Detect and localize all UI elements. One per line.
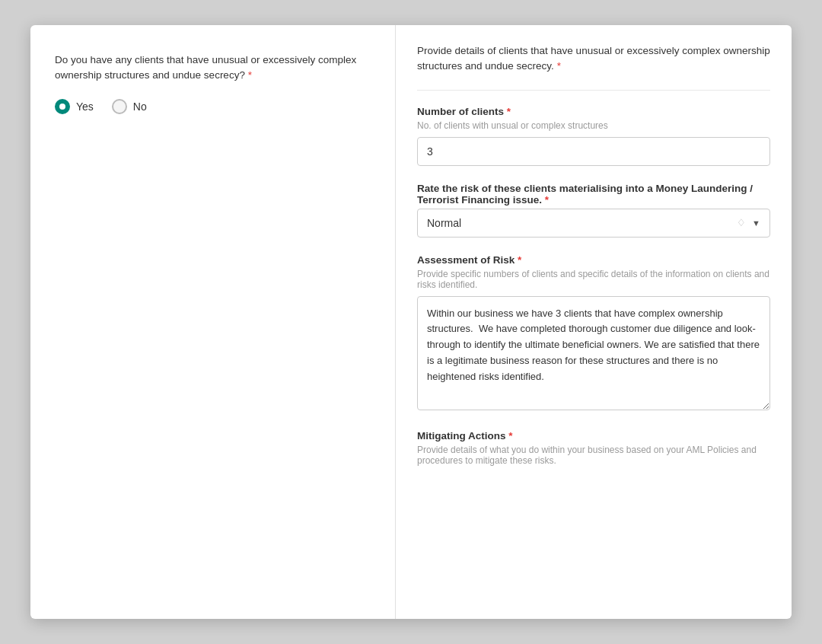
- number-of-clients-field: Number of clients * No. of clients with …: [417, 106, 770, 166]
- number-of-clients-label: Number of clients *: [417, 106, 770, 117]
- mitigating-actions-label: Mitigating Actions *: [417, 430, 770, 442]
- yes-radio-text: Yes: [76, 100, 94, 113]
- right-panel: Provide details of clients that have unu…: [396, 25, 792, 619]
- yes-no-radio-group: Yes No: [55, 99, 371, 114]
- assessment-of-risk-field: Assessment of Risk * Provide specific nu…: [417, 254, 770, 413]
- right-heading-text: Provide details of clients that have unu…: [417, 45, 770, 72]
- risk-rating-select-wrapper: Normal ♢ ▼: [417, 209, 770, 238]
- left-question: Do you have any clients that have unusua…: [55, 53, 371, 84]
- diamond-icon: ♢: [737, 217, 746, 228]
- left-required-star: *: [248, 69, 252, 81]
- yes-radio-label[interactable]: Yes: [55, 99, 94, 114]
- number-of-clients-input[interactable]: [417, 137, 770, 166]
- risk-rating-selected-value: Normal: [427, 217, 461, 229]
- right-heading: Provide details of clients that have unu…: [417, 43, 770, 75]
- risk-rating-label: Rate the risk of these clients materiali…: [417, 183, 770, 206]
- right-required-star: *: [557, 60, 561, 72]
- divider: [417, 90, 770, 91]
- yes-radio-button[interactable]: [55, 99, 70, 114]
- mitigating-actions-hint: Provide details of what you do within yo…: [417, 445, 770, 466]
- assessment-of-risk-hint: Provide specific numbers of clients and …: [417, 269, 770, 290]
- number-of-clients-required: *: [507, 106, 511, 117]
- mitigating-actions-field: Mitigating Actions * Provide details of …: [417, 430, 770, 466]
- assessment-of-risk-label: Assessment of Risk *: [417, 254, 770, 266]
- assessment-of-risk-textarea[interactable]: Within our business we have 3 clients th…: [417, 296, 770, 410]
- risk-rating-field: Rate the risk of these clients materiali…: [417, 183, 770, 238]
- risk-rating-required: *: [545, 194, 549, 206]
- left-panel: Do you have any clients that have unusua…: [30, 25, 396, 619]
- number-of-clients-hint: No. of clients with unsual or complex st…: [417, 120, 770, 131]
- no-radio-label[interactable]: No: [112, 99, 147, 114]
- mitigating-actions-required: *: [508, 430, 512, 442]
- no-radio-text: No: [133, 100, 147, 113]
- main-card: Do you have any clients that have unusua…: [30, 25, 792, 619]
- left-question-text: Do you have any clients that have unusua…: [55, 54, 356, 81]
- risk-rating-select[interactable]: Normal ♢ ▼: [417, 209, 770, 238]
- no-radio-button[interactable]: [112, 99, 127, 114]
- assessment-of-risk-required: *: [518, 254, 521, 266]
- chevron-down-icon: ▼: [752, 218, 760, 228]
